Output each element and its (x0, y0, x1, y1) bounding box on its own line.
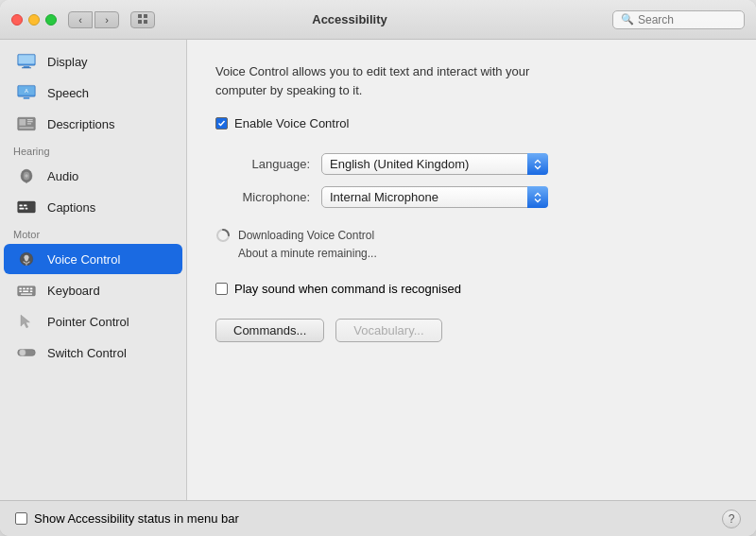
sidebar-item-keyboard[interactable]: Keyboard (4, 275, 182, 305)
microphone-dropdown-arrow[interactable] (527, 186, 548, 208)
titlebar: ‹ › Accessibility 🔍 (0, 0, 756, 40)
chevron-up-down-icon (534, 159, 541, 170)
svg-rect-14 (27, 119, 33, 120)
svg-rect-23 (19, 204, 22, 206)
svg-rect-34 (26, 287, 29, 289)
form-section: Language: English (United Kingdom) Engli… (215, 153, 728, 208)
minimize-button[interactable] (28, 14, 40, 26)
svg-rect-35 (30, 287, 33, 289)
search-box[interactable]: 🔍 (612, 10, 745, 29)
download-line1: Downloading Voice Control (238, 227, 377, 245)
enable-label: Enable Voice Control (234, 116, 349, 130)
sidebar-motor-header: Motor (0, 223, 186, 243)
loading-spinner (215, 228, 231, 243)
download-text: Downloading Voice Control About a minute… (238, 227, 377, 263)
commands-button[interactable]: Commands... (215, 319, 324, 342)
window-title: Accessibility (87, 12, 612, 26)
maximize-button[interactable] (45, 14, 57, 26)
sidebar-label-keyboard: Keyboard (47, 284, 100, 298)
sidebar-label-voice-control: Voice Control (47, 252, 120, 267)
sidebar-label-audio: Audio (47, 169, 78, 183)
content: Display A Speech (0, 40, 756, 500)
traffic-lights (11, 14, 57, 26)
window: ‹ › Accessibility 🔍 (0, 0, 756, 536)
svg-point-42 (19, 350, 26, 356)
chevron-up-down-icon-2 (534, 192, 541, 203)
play-sound-label: Play sound when command is recognised (234, 282, 461, 296)
chevron-left-icon: ‹ (78, 14, 82, 26)
sidebar-item-pointer-control[interactable]: Pointer Control (4, 306, 182, 337)
sidebar-item-audio[interactable]: Audio (4, 161, 182, 191)
sidebar-item-captions[interactable]: Captions (4, 192, 182, 222)
svg-rect-17 (19, 127, 33, 128)
language-dropdown-arrow[interactable] (527, 153, 548, 175)
svg-rect-7 (22, 67, 31, 68)
svg-marker-40 (21, 315, 29, 328)
svg-rect-11 (24, 97, 30, 99)
microphone-select-wrapper: Internal Microphone Built-in Microphone … (321, 186, 548, 208)
svg-rect-33 (23, 287, 26, 289)
search-input[interactable] (638, 13, 736, 26)
svg-rect-37 (23, 290, 28, 292)
vocabulary-button[interactable]: Vocabulary... (335, 319, 441, 342)
sidebar-item-switch-control[interactable]: Switch Control (4, 337, 182, 368)
svg-point-20 (25, 174, 27, 177)
show-status-label: Show Accessibility status in menu bar (34, 511, 239, 526)
audio-icon (13, 165, 40, 186)
keyboard-icon (13, 280, 40, 301)
descriptions-icon (13, 113, 40, 134)
language-row: Language: English (United Kingdom) Engli… (215, 153, 728, 175)
help-button[interactable]: ? (722, 510, 741, 528)
svg-rect-32 (19, 287, 22, 289)
enable-checkbox[interactable] (215, 117, 228, 130)
buttons-row: Commands... Vocabulary... (215, 319, 728, 342)
sidebar-label-switch-control: Switch Control (47, 346, 127, 360)
language-label: Language: (215, 157, 310, 171)
svg-rect-38 (30, 290, 33, 292)
sidebar-label-descriptions: Descriptions (47, 117, 115, 131)
download-line2: About a minute remaining... (238, 245, 377, 263)
sidebar-item-descriptions[interactable]: Descriptions (4, 109, 182, 139)
sidebar-item-voice-control[interactable]: Voice Control (4, 244, 182, 274)
svg-rect-29 (25, 257, 27, 261)
language-select[interactable]: English (United Kingdom) English (United… (321, 153, 548, 175)
svg-rect-15 (27, 121, 33, 122)
sidebar-label-display: Display (47, 55, 88, 69)
microphone-select[interactable]: Internal Microphone Built-in Microphone … (321, 186, 548, 208)
checkmark-icon (217, 119, 226, 128)
close-button[interactable] (11, 14, 23, 26)
svg-text:A: A (25, 88, 28, 94)
svg-rect-39 (21, 293, 32, 294)
play-sound-checkbox[interactable] (215, 283, 228, 295)
sidebar-label-pointer-control: Pointer Control (47, 315, 129, 329)
svg-rect-26 (26, 208, 28, 210)
sidebar-item-speech[interactable]: A Speech (4, 78, 182, 108)
svg-rect-13 (19, 119, 26, 126)
description-text: Voice Control allows you to edit text an… (215, 62, 575, 99)
pointer-control-icon (13, 311, 40, 332)
captions-icon (13, 197, 40, 217)
svg-rect-21 (26, 182, 27, 183)
sidebar-label-speech: Speech (47, 86, 89, 100)
microphone-row: Microphone: Internal Microphone Built-in… (215, 186, 728, 208)
switch-control-icon (13, 342, 40, 363)
sidebar-label-captions: Captions (47, 200, 95, 215)
sidebar: Display A Speech (0, 40, 187, 500)
play-sound-row: Play sound when command is recognised (215, 282, 728, 296)
search-icon: 🔍 (621, 13, 634, 26)
svg-rect-16 (27, 123, 31, 124)
sidebar-hearing-header: Hearing (0, 140, 186, 160)
svg-rect-5 (19, 55, 35, 63)
sidebar-item-display[interactable]: Display (4, 46, 182, 77)
show-status-checkbox[interactable] (15, 512, 27, 525)
enable-row: Enable Voice Control (215, 116, 728, 130)
svg-rect-36 (19, 290, 22, 292)
language-select-wrapper: English (United Kingdom) English (United… (321, 153, 548, 175)
microphone-label: Microphone: (215, 190, 310, 204)
download-status: Downloading Voice Control About a minute… (215, 227, 728, 263)
speech-icon: A (13, 82, 40, 103)
svg-rect-24 (24, 204, 26, 206)
svg-rect-22 (18, 201, 36, 213)
display-icon (13, 51, 40, 72)
main-panel: Voice Control allows you to edit text an… (187, 40, 756, 500)
